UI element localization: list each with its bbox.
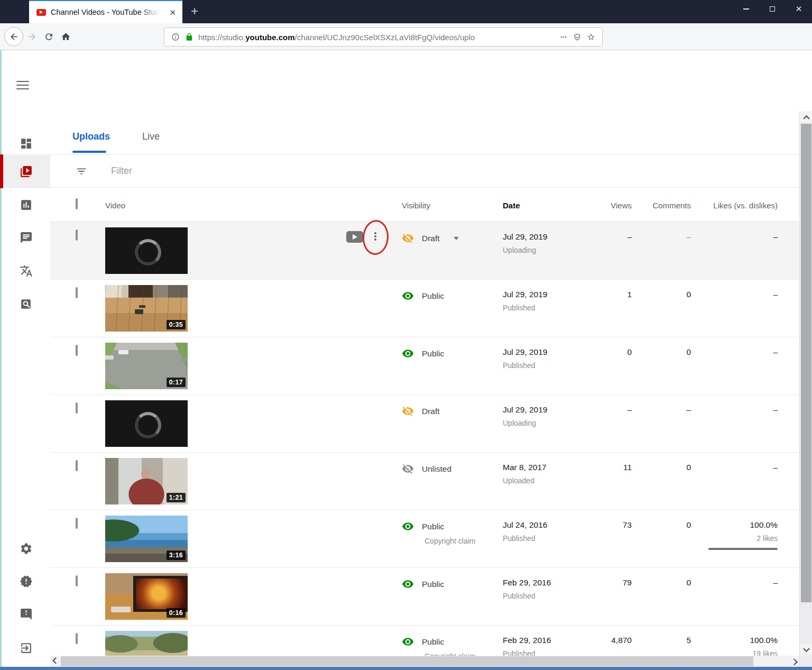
- sidebar-item-videos[interactable]: [2, 154, 50, 188]
- horizontal-scrollbar-thumb[interactable]: [61, 656, 753, 666]
- new-tab-button[interactable]: +: [186, 3, 203, 20]
- video-thumbnail[interactable]: 0:17: [105, 343, 188, 389]
- video-thumbnail[interactable]: [105, 400, 188, 447]
- sidebar-item-copyright[interactable]: [2, 287, 50, 321]
- tab-close-icon[interactable]: ✕: [168, 7, 177, 17]
- duration-badge: 1:21: [167, 493, 186, 502]
- sidebar-item-comments[interactable]: [2, 221, 50, 254]
- comments-value: –: [637, 395, 696, 452]
- video-date: Jul 29, 2019: [503, 232, 605, 242]
- videos-page: Uploads Live Video Visibility Date Views…: [50, 111, 799, 656]
- vertical-scrollbar-thumb[interactable]: [801, 124, 811, 602]
- likes-count: 2 likes: [696, 534, 778, 543]
- video-row[interactable]: 3:16 Public Copyright claim Jul 24, 2016…: [50, 510, 799, 568]
- site-info-icon[interactable]: [169, 30, 182, 44]
- comments-value: 0: [637, 280, 696, 337]
- comments-value: 0: [637, 568, 696, 625]
- video-row[interactable]: Public Copyright claim Feb 29, 2016 Publ…: [50, 626, 799, 656]
- header-date[interactable]: Date: [500, 188, 605, 222]
- row-checkbox[interactable]: [76, 402, 78, 414]
- scroll-left-arrow[interactable]: [50, 656, 61, 667]
- horizontal-scrollbar[interactable]: [50, 656, 799, 667]
- filter-input[interactable]: [110, 165, 321, 177]
- scroll-down-arrow[interactable]: [800, 644, 812, 656]
- tab-uploads[interactable]: Uploads: [72, 131, 110, 142]
- select-all-checkbox[interactable]: [76, 198, 78, 209]
- visibility-cell[interactable]: Draft: [399, 395, 500, 452]
- video-date: Jul 29, 2019: [503, 290, 605, 299]
- options-menu-icon[interactable]: [369, 230, 382, 245]
- reload-button[interactable]: [40, 28, 57, 45]
- watch-on-youtube-icon[interactable]: [346, 231, 363, 243]
- bookmark-star-icon[interactable]: [584, 30, 598, 44]
- copyright-claim-note: Copyright claim: [425, 537, 500, 545]
- forward-button[interactable]: [23, 28, 40, 45]
- https-lock-icon[interactable]: [182, 30, 196, 44]
- back-button[interactable]: [4, 27, 23, 46]
- video-row[interactable]: 0:17 Public Jul 29, 2019 Published 0 0 –: [50, 337, 799, 395]
- comments-value: 0: [637, 453, 696, 510]
- views-value: 4,870: [605, 626, 637, 656]
- row-checkbox[interactable]: [76, 633, 78, 644]
- visibility-cell[interactable]: Unlisted: [399, 453, 500, 510]
- pocket-icon[interactable]: [570, 30, 584, 44]
- sidebar-item-send-feedback[interactable]: [2, 597, 50, 631]
- header-visibility[interactable]: Visibility: [399, 188, 500, 222]
- row-checkbox[interactable]: [76, 575, 78, 586]
- visibility-public-icon: [402, 578, 414, 590]
- sidebar-item-settings[interactable]: [2, 531, 50, 565]
- scroll-right-arrow[interactable]: [789, 656, 799, 667]
- header-video[interactable]: Video: [105, 188, 188, 222]
- row-checkbox[interactable]: [76, 518, 78, 529]
- browser-tab[interactable]: Channel Videos - YouTube Stud ✕: [29, 0, 182, 23]
- active-tab-underline: [72, 151, 106, 153]
- video-row[interactable]: 0:16 Public Feb 29, 2016 Published 79 0 …: [50, 568, 799, 626]
- likes-percent: 100.0%: [696, 520, 778, 530]
- window-maximize-button[interactable]: [759, 0, 786, 18]
- header-views[interactable]: Views: [605, 188, 637, 222]
- views-value: 79: [605, 568, 637, 625]
- visibility-cell[interactable]: Public Copyright claim: [399, 626, 500, 656]
- sidebar-item-exit-studio[interactable]: [2, 631, 50, 665]
- window-close-button[interactable]: ✕: [786, 0, 812, 18]
- visibility-label: Draft: [422, 407, 440, 416]
- video-thumbnail[interactable]: 0:16: [105, 573, 188, 620]
- home-button[interactable]: [57, 28, 74, 45]
- visibility-label: Public: [422, 637, 444, 647]
- video-thumbnail[interactable]: [105, 631, 188, 656]
- video-row[interactable]: Draft Jul 29, 2019 Uploading – – –: [50, 395, 799, 453]
- scroll-up-arrow[interactable]: [800, 111, 812, 123]
- video-row[interactable]: 1:21 Unlisted Mar 8, 2017 Uploaded 11 0 …: [50, 453, 799, 510]
- studio-menu-icon[interactable]: [16, 78, 33, 93]
- row-checkbox[interactable]: [76, 345, 78, 356]
- page-actions-icon[interactable]: [557, 30, 570, 44]
- sidebar-item-translations[interactable]: [2, 254, 50, 288]
- vertical-scrollbar[interactable]: [799, 111, 812, 667]
- row-checkbox[interactable]: [76, 287, 78, 298]
- row-checkbox[interactable]: [76, 230, 78, 241]
- video-thumbnail[interactable]: [105, 227, 188, 274]
- visibility-cell[interactable]: Public: [399, 280, 500, 337]
- video-row[interactable]: Draft Jul 29, 2019 Uploading – – –: [50, 222, 799, 280]
- video-thumbnail[interactable]: 0:35: [105, 285, 188, 332]
- video-thumbnail[interactable]: 3:16: [105, 516, 188, 562]
- row-checkbox[interactable]: [76, 460, 78, 471]
- likes-percent: –: [696, 405, 778, 415]
- visibility-cell[interactable]: Public: [399, 337, 500, 394]
- visibility-cell[interactable]: Public Copyright claim: [399, 510, 500, 567]
- sidebar-item-creator-updates[interactable]: [2, 564, 50, 598]
- url-bar[interactable]: https://studio.youtube.com/channel/UCJnz…: [164, 27, 603, 47]
- tab-live[interactable]: Live: [142, 131, 160, 142]
- likes-ratio-bar: [708, 548, 778, 550]
- visibility-dropdown-caret[interactable]: [454, 237, 459, 240]
- window-minimize-button[interactable]: [733, 0, 759, 18]
- header-comments[interactable]: Comments: [637, 188, 696, 222]
- visibility-cell[interactable]: Draft: [399, 222, 500, 279]
- visibility-label: Draft: [422, 234, 440, 243]
- likes-percent: 100.0%: [696, 636, 778, 645]
- video-row[interactable]: 0:35 Public Jul 29, 2019 Published 1 0 –: [50, 280, 799, 337]
- video-thumbnail[interactable]: 1:21: [105, 458, 188, 504]
- visibility-cell[interactable]: Public: [399, 568, 500, 625]
- header-likes[interactable]: Likes (vs. dislikes): [696, 188, 783, 222]
- sidebar-item-analytics[interactable]: [2, 188, 50, 222]
